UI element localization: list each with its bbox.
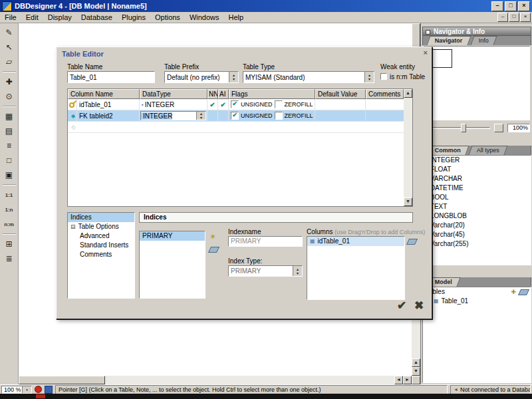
discard-button[interactable]: ✖ — [414, 300, 424, 312]
zerofill-checkbox[interactable] — [275, 112, 283, 120]
datatype-item[interactable]: ▪TEXT — [423, 202, 531, 211]
scroll-up-button[interactable]: ▲ — [412, 358, 420, 367]
new-column-row[interactable]: ◇ — [68, 122, 412, 133]
scroll-right-button[interactable]: ► — [403, 376, 412, 384]
menu-database[interactable]: Database — [76, 12, 117, 23]
tab-all-types[interactable]: All types — [468, 146, 507, 155]
index-type-select[interactable]: PRIMARY ▴▾ — [228, 265, 303, 277]
minimize-button[interactable]: – — [491, 1, 503, 11]
scroll-left-button[interactable]: ◄ — [394, 376, 403, 384]
spin-icon[interactable]: ▴▾ — [196, 112, 205, 120]
menu-options[interactable]: Options — [150, 12, 185, 23]
nav-item-table-options[interactable]: ⊟ Table Options — [68, 222, 134, 231]
sql-editor-tool-button[interactable]: ≣ — [2, 252, 17, 265]
spin-icon[interactable]: ▴▾ — [293, 266, 302, 276]
mdi-restore-button[interactable]: □ — [509, 13, 519, 22]
unsigned-checkbox[interactable]: ✔ — [231, 100, 239, 108]
zoom-slider-track[interactable] — [425, 127, 490, 129]
header-comments[interactable]: Comments — [366, 89, 404, 99]
table-prefix-select[interactable]: Default (no prefix) ▴▾ — [164, 71, 239, 83]
dropdown-icon[interactable]: ▾ — [22, 386, 31, 393]
table-name-input[interactable] — [67, 71, 155, 83]
datatype-item[interactable]: ▪Varchar(255) — [423, 239, 531, 249]
new-view-tool-button[interactable]: ▤ — [2, 124, 17, 138]
close-button[interactable]: × — [518, 1, 530, 11]
dialog-close-icon[interactable]: × — [424, 49, 428, 57]
datatype-item[interactable]: ▪INTEGER — [423, 156, 531, 165]
tab-navigator[interactable]: Navigator — [426, 36, 471, 45]
pencil-tool-button[interactable]: ✎ — [2, 26, 17, 39]
grid-scroll-down-button[interactable]: ▼ — [404, 198, 412, 206]
menu-display[interactable]: Display — [43, 12, 76, 23]
spin-icon[interactable]: ▴▾ — [364, 72, 374, 82]
apply-button[interactable]: ✔ — [397, 300, 406, 312]
indexname-input[interactable]: PRIMARY — [228, 236, 303, 247]
menu-plugins[interactable]: Plugins — [117, 12, 150, 23]
datatype-item[interactable]: ▪Varchar(45) — [423, 230, 531, 239]
grid-scroll-up-button[interactable]: ▲ — [404, 89, 412, 98]
new-table-tool-button[interactable]: ▦ — [2, 110, 17, 123]
pointer-tool-button[interactable]: ↖ — [2, 41, 17, 54]
nm-table-checkbox[interactable] — [380, 73, 387, 80]
tree-item-table-01[interactable]: ▦ Table_01 — [423, 297, 531, 306]
column-row-idtable01[interactable]: idTable_01 ▪ INTEGER ✔ ✔ ✔ UNSIGNED ZERO… — [68, 99, 412, 110]
canvas-horizontal-scrollbar[interactable]: ◄ ► — [19, 376, 412, 384]
save-icon[interactable] — [45, 386, 53, 394]
mdi-minimize-button[interactable]: – — [497, 13, 508, 22]
datatype-item[interactable]: ▪VARCHAR — [423, 174, 531, 184]
new-region-tool-button[interactable]: □ — [2, 154, 17, 167]
header-flags[interactable]: Flags — [229, 89, 315, 99]
zoom-select[interactable]: 100 % ▾ — [1, 386, 32, 394]
record-indicator-icon[interactable] — [35, 386, 42, 393]
datatype-item[interactable]: ▪FLOAT — [423, 165, 531, 174]
delete-index-icon[interactable] — [208, 247, 219, 253]
nav-item-comments[interactable]: Comments — [68, 250, 134, 259]
query-table-tool-button[interactable]: ⊞ — [2, 237, 17, 251]
menu-help[interactable]: Help — [224, 12, 249, 23]
header-ai[interactable]: AI — [218, 89, 229, 99]
zoom-slider-thumb[interactable] — [461, 124, 466, 132]
index-column-item[interactable]: ▦ idTable_01 — [307, 237, 404, 246]
zerofill-checkbox[interactable] — [275, 100, 283, 108]
eraser-tool-button[interactable]: ▱ — [2, 55, 17, 68]
scroll-down-button[interactable]: ▼ — [412, 367, 420, 376]
relation-1-n-tool-button[interactable]: 1:n — [2, 203, 17, 216]
nav-item-indices[interactable]: Indices — [68, 213, 134, 222]
header-column-name[interactable]: Column Name — [68, 89, 140, 99]
menu-windows[interactable]: Windows — [185, 12, 224, 23]
hand-tool-button[interactable]: ✚ — [2, 75, 17, 88]
add-table-icon[interactable]: ✚ — [511, 287, 516, 297]
zoom-reset-button[interactable] — [494, 124, 503, 132]
spin-icon[interactable]: ▴▾ — [229, 72, 238, 82]
unsigned-checkbox[interactable]: ✔ — [231, 112, 239, 120]
tab-common[interactable]: Common — [426, 146, 469, 155]
relation-1-1-tool-button[interactable]: 1:1 — [2, 188, 17, 201]
table-type-select[interactable]: MYISAM (Standard) ▴▾ — [243, 71, 374, 83]
nav-item-advanced[interactable]: Advanced — [68, 231, 134, 241]
new-note-tool-button[interactable]: ≡ — [2, 139, 17, 152]
datatype-item[interactable]: ▪DATETIME — [423, 184, 531, 193]
header-datatype[interactable]: DataType — [140, 89, 207, 99]
tab-info[interactable]: Info — [470, 36, 497, 45]
nav-item-standard-inserts[interactable]: Standard Inserts — [68, 241, 134, 250]
relation-n-m-tool-button[interactable]: n:m — [2, 217, 17, 231]
grid-scrollbar[interactable]: ▲ ▼ — [404, 89, 412, 206]
mdi-close-button[interactable]: × — [520, 13, 531, 22]
maximize-button[interactable]: □ — [505, 1, 517, 11]
column-row-fk-tableid2[interactable]: ◆ FK tableid2 INTEGER ▴▾ ✔ UNSIGNED ZERO… — [68, 110, 412, 122]
zoom-tool-button[interactable]: ⊙ — [2, 90, 17, 103]
remove-column-icon[interactable] — [406, 239, 418, 245]
header-nn[interactable]: NN — [207, 89, 218, 99]
index-item-primary[interactable]: PRIMARY — [140, 231, 205, 241]
navigator-panel-header[interactable]: Navigator & Info — [422, 27, 531, 36]
datatype-item[interactable]: ▪LONGBLOB — [423, 211, 531, 221]
datatype-item[interactable]: ▪BOOL — [423, 193, 531, 202]
add-index-icon[interactable]: ✶ — [209, 232, 216, 241]
delete-table-icon[interactable] — [518, 289, 529, 295]
header-default-value[interactable]: Default Value — [315, 89, 366, 99]
menu-edit[interactable]: Edit — [21, 12, 43, 23]
new-image-tool-button[interactable]: ▣ — [2, 168, 17, 182]
tree-item-tables[interactable]: Tables ✚ — [423, 287, 531, 297]
datatype-select[interactable]: INTEGER ▴▾ — [140, 111, 206, 120]
tree-collapse-icon[interactable]: ⊟ — [70, 222, 76, 231]
